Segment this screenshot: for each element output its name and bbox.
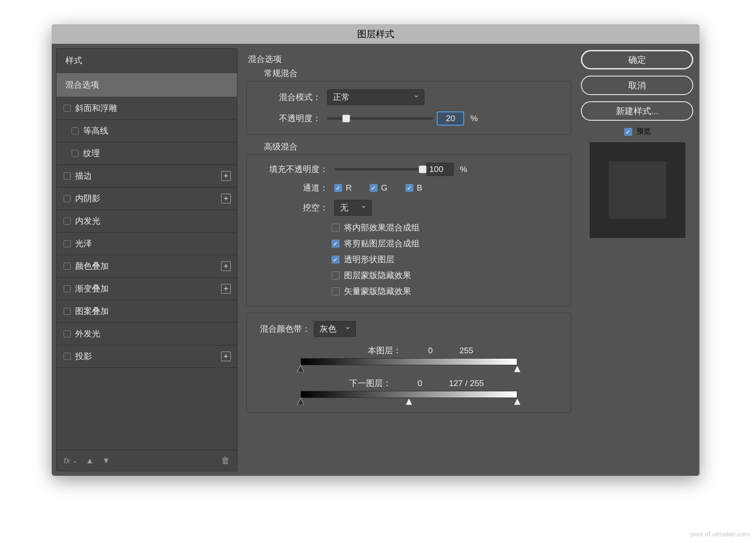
preview-label: 预览 bbox=[637, 127, 651, 136]
this-layer-white-stop[interactable] bbox=[514, 365, 521, 372]
preview-checkbox[interactable]: ✓ bbox=[624, 128, 632, 136]
section-blending-options: 混合选项 bbox=[248, 54, 569, 65]
sidebar-item-color-overlay[interactable]: 颜色叠加 + bbox=[57, 255, 237, 278]
label-texture: 纹理 bbox=[83, 148, 100, 159]
label-stroke: 描边 bbox=[75, 170, 92, 182]
add-inner-shadow-button[interactable]: + bbox=[221, 194, 231, 203]
sidebar-item-blending-options[interactable]: 混合选项 bbox=[57, 73, 237, 97]
cancel-button[interactable]: 取消 bbox=[581, 76, 693, 95]
knockout-select[interactable]: 无 bbox=[334, 200, 372, 216]
channel-g-label: G bbox=[381, 183, 388, 193]
checkbox-inner-glow[interactable] bbox=[64, 218, 71, 225]
fill-opacity-slider-thumb[interactable] bbox=[419, 165, 427, 173]
opt-clip-group-checkbox[interactable]: ✓ bbox=[332, 240, 340, 248]
sidebar-item-gradient-overlay[interactable]: 渐变叠加 + bbox=[57, 278, 237, 300]
checkbox-gradient-overlay[interactable] bbox=[64, 285, 71, 292]
channels-label: 通道： bbox=[256, 182, 331, 194]
fx-caret-icon[interactable]: ⌄ bbox=[72, 456, 78, 465]
label-drop-shadow: 投影 bbox=[75, 351, 92, 362]
opt-inner-group-label: 将内部效果混合成组 bbox=[344, 222, 420, 233]
knockout-value: 无 bbox=[340, 202, 348, 214]
svg-marker-2 bbox=[297, 398, 304, 405]
add-stroke-button[interactable]: + bbox=[221, 171, 231, 181]
trash-icon[interactable]: 🗑 bbox=[221, 455, 230, 466]
sidebar-item-drop-shadow[interactable]: 投影 + bbox=[57, 345, 237, 368]
opacity-slider[interactable] bbox=[327, 117, 433, 120]
sidebar-item-inner-shadow[interactable]: 内阴影 + bbox=[57, 187, 237, 210]
channel-b-label: B bbox=[417, 183, 423, 193]
label-color-overlay: 颜色叠加 bbox=[75, 260, 109, 272]
opt-clip-group-label: 将剪贴图层混合成组 bbox=[344, 238, 420, 249]
checkbox-contour[interactable] bbox=[72, 127, 79, 134]
fill-opacity-input[interactable]: 100 bbox=[426, 163, 454, 176]
blend-if-select[interactable]: 灰色 bbox=[314, 321, 356, 337]
sidebar-item-inner-glow[interactable]: 内发光 bbox=[57, 210, 237, 233]
fx-menu[interactable]: fx bbox=[64, 456, 70, 466]
opacity-input[interactable]: 20 bbox=[437, 111, 464, 126]
preview-toggle-row: ✓ 预览 bbox=[581, 127, 694, 136]
preview-swatch bbox=[609, 161, 666, 219]
sidebar-item-satin[interactable]: 光泽 bbox=[57, 233, 237, 255]
label-satin: 光泽 bbox=[75, 238, 92, 249]
opt-trans-shape-checkbox[interactable]: ✓ bbox=[332, 256, 340, 264]
under-layer-label: 下一图层： bbox=[334, 378, 391, 389]
under-layer-split: 127 / 255 bbox=[449, 379, 484, 388]
opt-mask-hide-checkbox[interactable] bbox=[332, 272, 340, 279]
subsection-advanced-blending: 高级混合 bbox=[264, 141, 571, 153]
label-inner-shadow: 内阴影 bbox=[75, 193, 100, 204]
sidebar-item-texture[interactable]: 纹理 bbox=[57, 142, 237, 165]
svg-marker-0 bbox=[297, 365, 304, 372]
blend-mode-value: 正常 bbox=[333, 92, 350, 103]
under-layer-black-stop[interactable] bbox=[297, 398, 304, 405]
checkbox-inner-shadow[interactable] bbox=[64, 195, 71, 202]
preview-box bbox=[590, 142, 685, 238]
checkbox-satin[interactable] bbox=[64, 240, 71, 247]
move-down-icon[interactable]: ▼ bbox=[102, 456, 111, 466]
subsection-general-blending: 常规混合 bbox=[264, 68, 571, 79]
blend-mode-select[interactable]: 正常 bbox=[327, 89, 424, 105]
add-drop-shadow-button[interactable]: + bbox=[221, 352, 231, 361]
opacity-slider-thumb[interactable] bbox=[342, 115, 350, 122]
label-pattern-overlay: 图案叠加 bbox=[75, 306, 109, 317]
sidebar-item-contour[interactable]: 等高线 bbox=[57, 120, 237, 142]
sidebar-item-bevel-emboss[interactable]: 斜面和浮雕 bbox=[57, 97, 237, 120]
checkbox-pattern-overlay[interactable] bbox=[64, 308, 71, 315]
under-layer-gradient[interactable] bbox=[301, 391, 517, 398]
right-panel: 确定 取消 新建样式... ✓ 预览 bbox=[580, 48, 695, 471]
opt-inner-group-checkbox[interactable] bbox=[332, 224, 340, 232]
sidebar-item-outer-glow[interactable]: 外发光 bbox=[57, 323, 237, 345]
sidebar-item-stroke[interactable]: 描边 + bbox=[57, 165, 237, 187]
channel-r-label: R bbox=[346, 183, 352, 193]
under-layer-gradbar bbox=[301, 391, 517, 398]
label-gradient-overlay: 渐变叠加 bbox=[75, 283, 109, 294]
under-layer-white-stop[interactable] bbox=[514, 398, 521, 405]
checkbox-bevel-emboss[interactable] bbox=[64, 105, 71, 112]
this-layer-black-stop[interactable] bbox=[297, 365, 304, 372]
checkbox-outer-glow[interactable] bbox=[64, 330, 71, 337]
add-color-overlay-button[interactable]: + bbox=[221, 261, 231, 271]
checkbox-texture[interactable] bbox=[72, 150, 79, 157]
channel-b-checkbox[interactable]: ✓ bbox=[405, 184, 413, 192]
knockout-label: 挖空： bbox=[256, 202, 331, 214]
watermark-text: post of uimaker.com bbox=[691, 530, 750, 538]
ok-button[interactable]: 确定 bbox=[581, 50, 693, 69]
new-style-button[interactable]: 新建样式... bbox=[581, 101, 693, 121]
checkbox-drop-shadow[interactable] bbox=[64, 353, 71, 360]
this-layer-gradient[interactable] bbox=[301, 358, 517, 365]
dialog-titlebar[interactable]: 图层样式 bbox=[52, 24, 699, 44]
svg-marker-1 bbox=[514, 365, 521, 372]
channel-r-checkbox[interactable]: ✓ bbox=[334, 184, 342, 192]
label-contour: 等高线 bbox=[83, 125, 108, 137]
channel-g-checkbox[interactable]: ✓ bbox=[370, 184, 378, 192]
under-layer-split-stop[interactable] bbox=[405, 398, 412, 405]
checkbox-stroke[interactable] bbox=[64, 172, 71, 180]
sidebar-item-pattern-overlay[interactable]: 图案叠加 bbox=[57, 300, 237, 323]
layer-style-dialog: 图层样式 样式 混合选项 斜面和浮雕 等高线 纹理 描边 + bbox=[52, 24, 699, 476]
move-up-icon[interactable]: ▲ bbox=[86, 456, 94, 466]
opt-vmask-hide-checkbox[interactable] bbox=[332, 287, 340, 295]
fill-opacity-slider[interactable] bbox=[334, 168, 423, 171]
opt-trans-shape-label: 透明形状图层 bbox=[344, 254, 394, 265]
styles-sidebar: 样式 混合选项 斜面和浮雕 等高线 纹理 描边 + 内阴影 bbox=[56, 48, 237, 471]
add-gradient-overlay-button[interactable]: + bbox=[221, 284, 231, 294]
checkbox-color-overlay[interactable] bbox=[64, 263, 71, 270]
